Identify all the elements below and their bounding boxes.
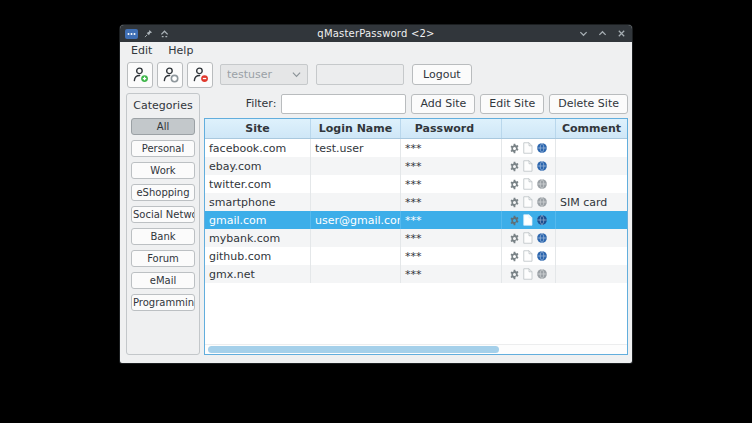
password-cell: *** — [401, 193, 502, 211]
column-header-actions[interactable] — [502, 119, 556, 138]
settings-icon[interactable] — [509, 143, 520, 154]
comment-cell: SIM card — [556, 193, 627, 211]
password-cell: *** — [401, 139, 502, 157]
category-email[interactable]: eMail — [131, 272, 195, 289]
column-header-comment[interactable]: Comment — [556, 119, 627, 138]
settings-icon[interactable] — [509, 251, 520, 262]
login-cell — [311, 175, 401, 193]
category-work[interactable]: Work — [131, 162, 195, 179]
open-url-icon[interactable] — [536, 268, 548, 280]
settings-icon[interactable] — [509, 269, 520, 280]
delete-site-button[interactable]: Delete Site — [549, 94, 628, 114]
column-header-site[interactable]: Site — [205, 119, 311, 138]
comment-cell — [556, 229, 627, 247]
copy-password-icon[interactable] — [522, 268, 533, 280]
settings-icon[interactable] — [509, 215, 520, 226]
password-cell: *** — [401, 175, 502, 193]
table-row[interactable]: ebay.com *** — [205, 157, 627, 175]
table-row[interactable]: twitter.com *** — [205, 175, 627, 193]
master-password-input[interactable] — [316, 64, 404, 85]
minimize-icon[interactable] — [578, 28, 589, 39]
close-icon[interactable] — [616, 28, 627, 39]
scrollbar-thumb[interactable] — [208, 346, 499, 353]
settings-icon[interactable] — [509, 161, 520, 172]
edit-user-icon — [162, 66, 179, 83]
copy-password-icon[interactable] — [522, 250, 533, 262]
menu-edit[interactable]: Edit — [124, 43, 159, 58]
sites-table: Site Login Name Password Comment faceboo… — [204, 118, 628, 355]
horizontal-scrollbar[interactable] — [205, 344, 627, 354]
delete-user-button[interactable] — [187, 62, 213, 88]
pin-icon[interactable] — [143, 28, 154, 39]
table-row[interactable]: gmx.net *** — [205, 265, 627, 283]
maximize-icon[interactable] — [597, 28, 608, 39]
logout-button[interactable]: Logout — [412, 64, 472, 85]
open-url-icon[interactable] — [536, 178, 548, 190]
table-row[interactable]: mybank.com *** — [205, 229, 627, 247]
column-header-password[interactable]: Password — [401, 119, 502, 138]
edit-user-button[interactable] — [157, 62, 183, 88]
password-cell: *** — [401, 265, 502, 283]
open-url-icon[interactable] — [536, 160, 548, 172]
settings-icon[interactable] — [509, 197, 520, 208]
comment-cell — [556, 139, 627, 157]
site-cell: mybank.com — [205, 229, 311, 247]
filter-input[interactable] — [281, 94, 406, 114]
sort-indicator-icon — [478, 122, 487, 135]
comment-cell — [556, 157, 627, 175]
settings-icon[interactable] — [509, 179, 520, 190]
password-cell: *** — [401, 211, 502, 229]
categories-title: Categories — [131, 97, 195, 113]
site-cell: gmx.net — [205, 265, 311, 283]
open-url-icon[interactable] — [536, 250, 548, 262]
category-eshopping[interactable]: eShopping — [131, 184, 195, 201]
copy-password-icon[interactable] — [522, 142, 533, 154]
table-header: Site Login Name Password Comment — [205, 119, 627, 139]
site-cell: github.com — [205, 247, 311, 265]
table-row[interactable]: gmail.com user@gmail.com *** — [205, 211, 627, 229]
column-header-login-name[interactable]: Login Name — [311, 119, 401, 138]
category-bank[interactable]: Bank — [131, 228, 195, 245]
titlebar: qMasterPassword <2> — [120, 25, 632, 42]
table-row[interactable]: facebook.com test.user *** — [205, 139, 627, 157]
login-cell: test.user — [311, 139, 401, 157]
copy-password-icon[interactable] — [522, 178, 533, 190]
settings-icon[interactable] — [509, 233, 520, 244]
table-body: facebook.com test.user *** ebay.com — [205, 139, 627, 344]
add-user-button[interactable] — [127, 62, 153, 88]
open-url-icon[interactable] — [536, 196, 548, 208]
login-cell — [311, 247, 401, 265]
open-url-icon[interactable] — [536, 214, 548, 226]
category-all[interactable]: All — [131, 118, 195, 135]
copy-password-icon[interactable] — [522, 160, 533, 172]
category-personal[interactable]: Personal — [131, 140, 195, 157]
menubar: Edit Help — [120, 42, 632, 59]
add-site-button[interactable]: Add Site — [411, 94, 475, 114]
table-row[interactable]: github.com *** — [205, 247, 627, 265]
open-url-icon[interactable] — [536, 232, 548, 244]
login-cell: user@gmail.com — [311, 211, 401, 229]
copy-password-icon[interactable] — [522, 196, 533, 208]
table-row[interactable]: smartphone *** SIM card — [205, 193, 627, 211]
site-cell: smartphone — [205, 193, 311, 211]
comment-cell — [556, 175, 627, 193]
app-icon — [125, 29, 138, 39]
category-social-networks[interactable]: Social Networks — [131, 206, 195, 223]
login-cell — [311, 157, 401, 175]
edit-site-button[interactable]: Edit Site — [480, 94, 544, 114]
open-url-icon[interactable] — [536, 142, 548, 154]
menu-help[interactable]: Help — [161, 43, 200, 58]
login-cell — [311, 193, 401, 211]
comment-cell — [556, 247, 627, 265]
category-forum[interactable]: Forum — [131, 250, 195, 267]
toolbar: testuser Logout — [120, 59, 632, 90]
keep-above-icon[interactable] — [159, 28, 170, 39]
copy-password-icon[interactable] — [522, 214, 533, 226]
category-programming[interactable]: Programming — [131, 294, 195, 311]
user-select[interactable]: testuser — [220, 64, 308, 85]
window-title: qMasterPassword <2> — [215, 28, 537, 39]
filter-row: Filter: Add Site Edit Site Delete Site — [204, 93, 628, 114]
login-cell — [311, 265, 401, 283]
copy-password-icon[interactable] — [522, 232, 533, 244]
login-cell — [311, 229, 401, 247]
